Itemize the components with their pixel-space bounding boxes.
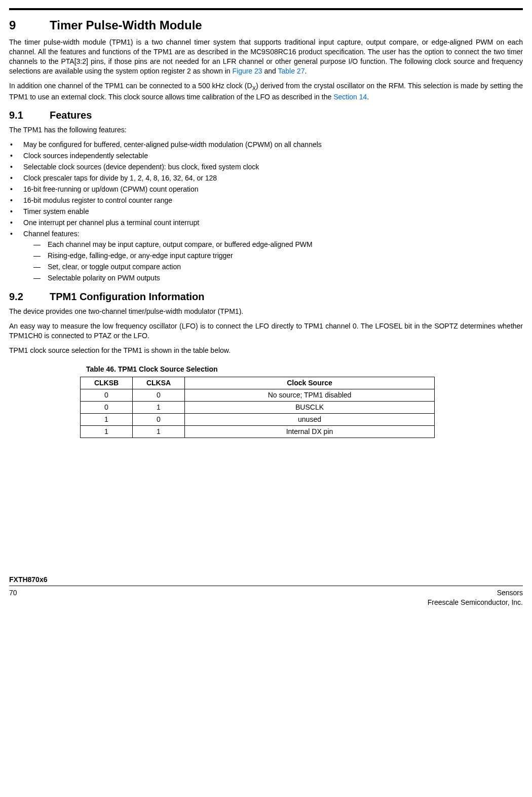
feature-item: One interrupt per channel plus a termina…	[9, 218, 523, 228]
section-9-2-title: TPM1 Configuration Information	[50, 291, 205, 302]
section-9-2-para-2: An easy way to measure the low frequency…	[9, 321, 523, 341]
xref-section-14[interactable]: Section 14	[333, 93, 367, 101]
footer-sensors: Sensors	[428, 588, 523, 598]
section-9-number: 9	[9, 17, 50, 33]
table-row: 1 0 unused	[81, 414, 435, 426]
feature-item: 16-bit free-running or up/down (CPWM) co…	[9, 185, 523, 194]
td: BUSCLK	[185, 402, 435, 414]
section-9-1-number: 9.1	[9, 108, 50, 122]
td: No source; TPM1 disabled	[185, 389, 435, 402]
section-9-para-2: In addition one channel of the TPM1 can …	[9, 81, 523, 102]
spacer	[9, 438, 523, 570]
td: unused	[185, 414, 435, 426]
table-46-caption: Table 46. TPM1 Clock Source Selection	[86, 365, 435, 374]
td: Internal DX pin	[185, 425, 435, 438]
th-clksa: CLKSA	[133, 377, 185, 389]
text: .	[305, 67, 307, 75]
xref-figure-23[interactable]: Figure 23	[232, 67, 262, 75]
table-row: 0 1 BUSCLK	[81, 402, 435, 414]
footer-right: Sensors Freescale Semiconductor, Inc.	[428, 588, 523, 607]
section-9-2-number: 9.2	[9, 290, 50, 304]
page-number: 70	[9, 588, 17, 607]
td: 1	[81, 425, 133, 438]
section-9-para-1: The timer pulse-width module (TPM1) is a…	[9, 38, 523, 76]
feature-item: Clock sources independently selectable	[9, 151, 523, 161]
td: 1	[81, 414, 133, 426]
table-46-wrap: Table 46. TPM1 Clock Source Selection CL…	[80, 365, 435, 438]
section-9-heading: 9Timer Pulse-Width Module	[9, 17, 523, 33]
top-rule	[9, 8, 523, 10]
text: and	[262, 67, 278, 75]
table-row: CLKSB CLKSA Clock Source	[81, 377, 435, 389]
footer: 70 Sensors Freescale Semiconductor, Inc.	[9, 586, 523, 607]
td: 0	[81, 402, 133, 414]
subscript: X	[252, 85, 256, 91]
td: 1	[133, 425, 185, 438]
channel-feature-item: Selectable polarity on PWM outputs	[33, 273, 523, 283]
table-row: 1 1 Internal DX pin	[81, 425, 435, 438]
feature-item: May be configured for buffered, center-a…	[9, 140, 523, 150]
features-list: May be configured for buffered, center-a…	[9, 140, 523, 238]
feature-item: 16-bit modulus register to control count…	[9, 196, 523, 205]
table-row: 0 0 No source; TPM1 disabled	[81, 389, 435, 402]
section-9-title: Timer Pulse-Width Module	[50, 18, 202, 32]
td: 0	[133, 389, 185, 402]
text: In addition one channel of the TPM1 can …	[9, 82, 252, 90]
channel-features-list: Each channel may be input capture, outpu…	[33, 240, 523, 283]
feature-item: Channel features:	[9, 229, 523, 239]
section-9-2-para-1: The device provides one two-channel time…	[9, 307, 523, 316]
td: 0	[81, 389, 133, 402]
channel-feature-item: Rising-edge, falling-edge, or any-edge i…	[33, 251, 523, 261]
section-9-1-intro: The TPM1 has the following features:	[9, 125, 523, 135]
section-9-2-para-3: TPM1 clock source selection for the TPM1…	[9, 346, 523, 355]
th-clksb: CLKSB	[81, 377, 133, 389]
section-9-1-title: Features	[50, 110, 92, 121]
text: .	[367, 93, 369, 101]
td: 1	[133, 402, 185, 414]
channel-feature-item: Set, clear, or toggle output compare act…	[33, 262, 523, 272]
td: 0	[133, 414, 185, 426]
xref-table-27[interactable]: Table 27	[278, 67, 305, 75]
section-9-2-heading: 9.2TPM1 Configuration Information	[9, 290, 523, 304]
section-9-1-heading: 9.1Features	[9, 108, 523, 122]
th-clock-source: Clock Source	[185, 377, 435, 389]
footer-company: Freescale Semiconductor, Inc.	[428, 598, 523, 607]
doc-id: FXTH870x6	[9, 575, 523, 585]
table-46: CLKSB CLKSA Clock Source 0 0 No source; …	[80, 377, 435, 438]
channel-feature-item: Each channel may be input capture, outpu…	[33, 240, 523, 249]
feature-item: Clock prescaler taps for divide by 1, 2,…	[9, 173, 523, 183]
feature-item: Selectable clock sources (device depende…	[9, 162, 523, 172]
feature-item: Timer system enable	[9, 207, 523, 216]
